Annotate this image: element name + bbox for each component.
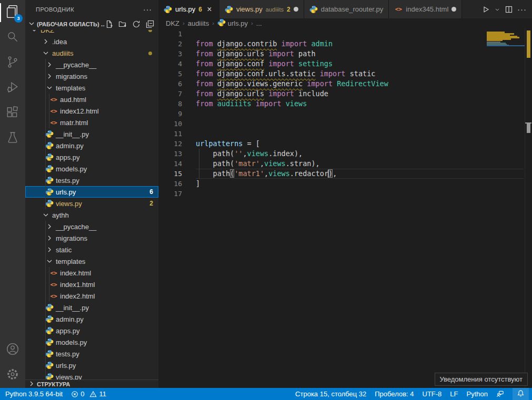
tree-item-static[interactable]: static xyxy=(25,244,158,255)
tree-item-migrations[interactable]: migrations xyxy=(25,232,158,244)
line-number: 2 xyxy=(158,39,182,49)
tree-item-admin-py[interactable]: admin.py xyxy=(25,313,158,325)
error-icon xyxy=(71,391,78,398)
tree-item--init-py[interactable]: __init__.py xyxy=(25,302,158,313)
tree-item-matr-html[interactable]: <>matr.html xyxy=(25,117,158,128)
code-line: 5from django.conf.urls.static import sta… xyxy=(158,69,532,79)
more-actions-icon[interactable]: ··· xyxy=(517,5,527,14)
outline-section-header[interactable]: СТРУКТУРА xyxy=(25,380,158,388)
tab-views-py[interactable]: views.pyaudiiits2 xyxy=(219,0,304,18)
tree-item--idea[interactable]: .idea xyxy=(25,36,158,47)
tree-item-label: views.py xyxy=(56,373,82,380)
tree-item--pycache-[interactable]: __pycache__ xyxy=(25,221,158,232)
activity-settings-gear-button[interactable] xyxy=(0,363,25,388)
vscode-window: 3 ПРОВОДНИК ··· (РАБОЧАЯ ОБЛАСТЬ) ... DK… xyxy=(0,0,532,400)
status-problems[interactable]: 011 xyxy=(71,390,106,398)
tree-item-aud-html[interactable]: <>aud.html xyxy=(25,94,158,105)
code-line-text: from django.conf import settings xyxy=(196,59,333,69)
split-editor-icon[interactable] xyxy=(505,5,513,14)
editor-scrollbar[interactable] xyxy=(525,28,532,388)
status-eol[interactable]: LF xyxy=(450,390,458,398)
run-icon[interactable] xyxy=(481,5,490,14)
tree-item-tests-py[interactable]: tests.py xyxy=(25,175,158,186)
tree-indent-guide xyxy=(49,290,49,302)
activity-run-debug-button[interactable] xyxy=(0,76,25,101)
new-file-icon[interactable] xyxy=(105,20,113,28)
search-icon xyxy=(6,30,19,46)
close-icon[interactable]: × xyxy=(205,5,214,14)
status-bar: Python 3.9.5 64-bit011Строка 15, столбец… xyxy=(0,388,532,400)
python-file-icon xyxy=(45,130,54,138)
activity-source-control-button[interactable] xyxy=(0,50,25,76)
status-encoding[interactable]: UTF-8 xyxy=(423,390,442,398)
python-file-icon xyxy=(45,141,54,150)
tree-item-templates[interactable]: templates xyxy=(25,82,158,94)
tree-item-aythh[interactable]: aythh xyxy=(25,209,158,221)
code-line-text: path('matr',views.stran), xyxy=(196,159,320,169)
tab-urls-py[interactable]: urls.py6× xyxy=(158,0,219,18)
tab-database-roouter-py[interactable]: database_roouter.py xyxy=(304,0,389,18)
tab-index345-html[interactable]: <>index345.html xyxy=(389,0,462,18)
tree-item-apps-py[interactable]: apps.py xyxy=(25,325,158,336)
tree-item-index1-html[interactable]: <>index1.html xyxy=(25,279,158,290)
tree-item--init-py[interactable]: __init__.py xyxy=(25,128,158,140)
code-line-text: path('',views.index), xyxy=(196,149,303,159)
tree-item--pycache-[interactable]: __pycache__ xyxy=(25,59,158,70)
html-file-icon: <> xyxy=(49,292,58,300)
tree-item-migrations[interactable]: migrations xyxy=(25,70,158,82)
python-file-icon xyxy=(309,5,318,14)
breadcrumb-item[interactable]: audiiits xyxy=(188,19,209,27)
tree-indent-guide xyxy=(45,336,46,348)
line-number: 5 xyxy=(158,69,182,79)
tree-item-label: __pycache__ xyxy=(56,61,96,69)
breadcrumb-item[interactable]: DKZ xyxy=(166,19,179,27)
tree-item-urls-py[interactable]: urls.py xyxy=(25,360,158,371)
tree-item-urls-py[interactable]: urls.py6 xyxy=(25,186,158,198)
code-line: 17 xyxy=(158,189,532,199)
tree-indent-guide xyxy=(45,267,46,279)
sidebar-more-actions-icon[interactable]: ··· xyxy=(143,5,152,14)
tab-label: views.py xyxy=(236,5,263,13)
tree-item-models-py[interactable]: models.py xyxy=(25,336,158,348)
tree-item-label: urls.py xyxy=(56,362,76,370)
new-folder-icon[interactable] xyxy=(118,20,127,28)
tree-item-audiiits[interactable]: audiiits xyxy=(25,47,158,59)
workspace-section-header[interactable]: (РАБОЧАЯ ОБЛАСТЬ) ... xyxy=(25,18,158,30)
tree-item-views-py[interactable]: views.py xyxy=(25,371,158,380)
tree-item-index2-html[interactable]: <>index2.html xyxy=(25,290,158,302)
tree-item-views-py[interactable]: views.py2 xyxy=(25,198,158,209)
tree-item-tests-py[interactable]: tests.py xyxy=(25,348,158,360)
problems-count-badge: 2 xyxy=(149,200,153,207)
warning-icon xyxy=(89,391,97,398)
tree-item-index-html[interactable]: <>index.html xyxy=(25,267,158,279)
status-language-mode[interactable]: Python xyxy=(467,390,488,398)
activity-testing-button[interactable] xyxy=(0,126,25,151)
tree-item-templates[interactable]: templates xyxy=(25,255,158,267)
code-line: 8from audiiits import views xyxy=(158,99,532,109)
tree-item-models-py[interactable]: models.py xyxy=(25,163,158,175)
code-editor[interactable]: 12from django.contrib import admin3from … xyxy=(158,28,532,388)
status-indentation[interactable]: Пробелов: 4 xyxy=(375,390,414,398)
activity-account-button[interactable] xyxy=(0,337,25,363)
status-python-interpreter[interactable]: Python 3.9.5 64-bit xyxy=(5,390,63,398)
dirty-indicator-dot xyxy=(294,7,298,12)
collapse-all-icon[interactable] xyxy=(146,20,154,28)
status-notifications-bell[interactable] xyxy=(513,388,529,400)
tree-item-admin-py[interactable]: admin.py xyxy=(25,140,158,151)
refresh-icon[interactable] xyxy=(132,20,140,28)
activity-explorer-button[interactable]: 3 xyxy=(0,0,25,25)
tree-item-index12-html[interactable]: <>index12.html xyxy=(25,105,158,117)
breadcrumb-label: ... xyxy=(256,19,262,27)
status-label: UTF-8 xyxy=(423,390,442,398)
activity-search-button[interactable] xyxy=(0,25,25,50)
status-feedback[interactable] xyxy=(496,390,504,398)
tree-item-dkz[interactable]: DKZ xyxy=(25,30,158,36)
breadcrumb-item[interactable]: ... xyxy=(256,19,262,27)
line-number: 1 xyxy=(158,29,182,39)
tree-item-label: templates xyxy=(56,84,85,92)
run-dropdown-chevron-icon[interactable] xyxy=(494,6,500,13)
breadcrumb-item[interactable]: urls.py xyxy=(217,18,248,28)
tree-item-apps-py[interactable]: apps.py xyxy=(25,151,158,163)
status-cursor-position[interactable]: Строка 15, столбец 32 xyxy=(295,390,366,398)
activity-extensions-button[interactable] xyxy=(0,101,25,126)
